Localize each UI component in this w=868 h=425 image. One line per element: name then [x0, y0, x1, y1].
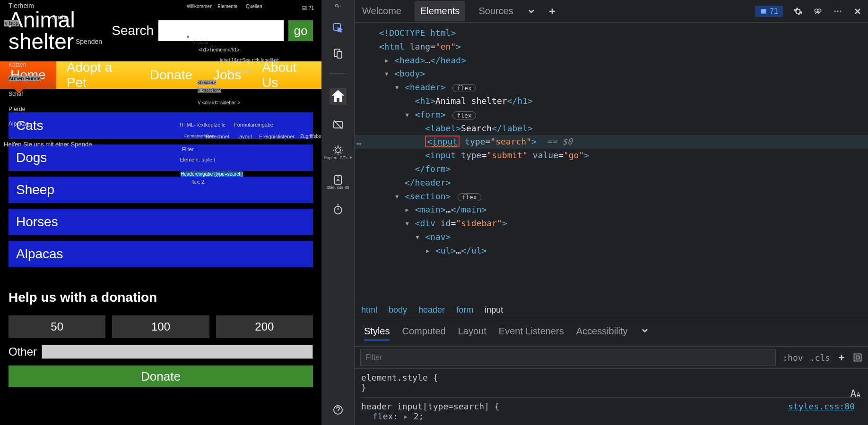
- styles-filter-input[interactable]: [360, 349, 776, 366]
- donation-heading: Help us with a donation: [9, 290, 313, 305]
- overlay-helfen: Helfen Sie uns mit einer Spende: [4, 141, 92, 148]
- crumb-body[interactable]: body: [389, 305, 407, 315]
- devtools-activity-bar: Op Hopfen. CT's + Stile. css:80: [321, 0, 355, 425]
- overlay-midrow: Berechnet: [206, 134, 229, 139]
- svg-rect-8: [761, 9, 766, 13]
- tab-eventlisteners[interactable]: Event Listeners: [499, 326, 564, 340]
- search-form: Search go: [112, 20, 313, 41]
- rendered-page-preview: Willkommen Elemente Quellen Eli 71 Tierh…: [0, 0, 321, 425]
- search-label: Search: [112, 23, 154, 38]
- search-go-button[interactable]: go: [288, 20, 313, 41]
- overlay-midrow: HTML-Textkopfzeile: [180, 122, 226, 128]
- hov-button[interactable]: :hov: [782, 353, 803, 363]
- disable-image-icon[interactable]: [332, 119, 344, 130]
- styles-tabs: Styles Computed Layout Event Listeners A…: [355, 320, 868, 347]
- element-style-close: }: [361, 382, 861, 392]
- svg-point-12: [837, 10, 838, 12]
- device-icon[interactable]: [332, 48, 344, 59]
- cls-button[interactable]: .cls: [810, 353, 830, 363]
- list-item[interactable]: Horses: [9, 209, 313, 235]
- list-item[interactable]: Dogs: [9, 144, 313, 171]
- tab-sources[interactable]: Sources: [477, 1, 515, 21]
- help-icon[interactable]: [332, 404, 344, 416]
- other-amount-input[interactable]: [42, 345, 313, 359]
- tab-elements[interactable]: Elements: [415, 1, 465, 21]
- box-model-icon[interactable]: [853, 353, 862, 362]
- issues-badge[interactable]: 71: [755, 6, 783, 17]
- rule-selector: header input[type=search] {: [361, 401, 861, 411]
- svg-point-4: [336, 148, 340, 153]
- donation-tier[interactable]: 200: [216, 315, 313, 338]
- search-input[interactable]: [158, 20, 284, 41]
- overlay-headed: <headed: [191, 40, 208, 45]
- devtools-panel: Op Hopfen. CT's + Stile. css:80 Welcome …: [321, 0, 868, 425]
- overlay-alpakas: Alpakas: [9, 120, 29, 127]
- sidebar-label: Hopfen. CT's +: [324, 156, 352, 160]
- tab-welcome[interactable]: Welcome: [360, 1, 403, 21]
- crumb-header[interactable]: header: [418, 305, 445, 315]
- overlay-vbop: v bop: [4, 20, 19, 26]
- gear-icon[interactable]: [793, 7, 803, 16]
- crumb-input[interactable]: input: [485, 305, 503, 315]
- list-item[interactable]: Sheep: [9, 177, 313, 203]
- dom-tree[interactable]: <!DOCTYPE html> <html lang="en"> ▸ <head…: [355, 23, 868, 300]
- crumb-form[interactable]: form: [456, 305, 473, 315]
- overlay-elstyle: Element. style {: [180, 157, 216, 162]
- donate-button[interactable]: Donate: [9, 366, 313, 387]
- overlay-vdiv: V <div id="sidebar">: [198, 100, 240, 105]
- nav-about[interactable]: About Us: [252, 61, 321, 89]
- more-icon[interactable]: [833, 7, 842, 16]
- overlay-midrow: Layout: [236, 134, 252, 139]
- tab-layout[interactable]: Layout: [458, 326, 486, 340]
- svg-point-10: [818, 9, 821, 12]
- more-tabs-icon[interactable]: [527, 7, 536, 16]
- svg-rect-15: [856, 356, 859, 359]
- tab-styles[interactable]: Styles: [364, 326, 390, 340]
- donation-tier[interactable]: 50: [9, 315, 105, 338]
- plus-icon[interactable]: [837, 353, 846, 362]
- overlay-armen: Armen Hunde: [9, 76, 41, 81]
- tab-computed[interactable]: Computed: [402, 326, 445, 340]
- sidebar-label: Op: [335, 4, 340, 8]
- inspect-icon[interactable]: [332, 22, 344, 34]
- tab-accessibility[interactable]: Accessibility: [576, 326, 628, 340]
- stopwatch-icon[interactable]: [332, 204, 344, 215]
- issues-count: 71: [770, 7, 778, 16]
- css-file-icon[interactable]: [332, 174, 344, 186]
- plus-icon[interactable]: [547, 7, 557, 16]
- crumb-html[interactable]: html: [361, 305, 377, 315]
- element-style-open: element.style {: [361, 373, 861, 382]
- sidebar-label: Stile. css:80: [326, 186, 349, 190]
- overlay-flex2: flex: 2;: [191, 179, 205, 185]
- donation-section: Help us with a donation 50 100 200 Other…: [0, 281, 321, 396]
- svg-rect-14: [854, 354, 861, 361]
- devtools-main: Welcome Elements Sources 71 <!DOCTYPE ht…: [355, 0, 868, 425]
- dom-doctype: <!DOCTYPE html>: [379, 28, 456, 38]
- overlay-vsection: V <sect ion>: [198, 88, 221, 93]
- nav-donate[interactable]: Donate: [139, 61, 203, 89]
- more-tabs-icon[interactable]: [640, 326, 650, 335]
- list-item[interactable]: Alpacas: [9, 241, 313, 267]
- home-icon[interactable]: [330, 88, 347, 105]
- donation-tier[interactable]: 100: [112, 315, 209, 338]
- dom-selected-line[interactable]: … <input type="search"> == $0: [355, 135, 868, 149]
- styles-body[interactable]: element.style { } AA styles.css:80 heade…: [355, 369, 868, 425]
- overlay-schaf: Schaf: [9, 91, 23, 97]
- bug-icon[interactable]: [332, 144, 344, 156]
- overlay-midrow: Ereignislistener: [259, 134, 295, 139]
- close-icon[interactable]: [853, 7, 862, 16]
- overlay-spenden: Spenden: [76, 38, 102, 45]
- overlay-tierheim: Tierheim: [9, 2, 34, 9]
- overlay-label1: label 1&gt;Sea rich label&gt;: [220, 58, 279, 63]
- overlay-tab: Elemente: [217, 4, 237, 9]
- site-title: Animal shelter: [9, 9, 93, 52]
- main-nav: Home Adopt a Pet Donate Jobs About Us: [0, 61, 321, 89]
- feedback-icon[interactable]: [813, 7, 823, 16]
- nav-adopt[interactable]: Adopt a Pet: [56, 61, 139, 89]
- overlay-typesubmit: type="submit": [226, 69, 252, 74]
- styles-filter-row: :hov .cls: [355, 347, 868, 369]
- svg-rect-2: [337, 51, 342, 58]
- breadcrumb: html body header form input: [355, 300, 868, 320]
- svg-point-9: [815, 9, 818, 12]
- source-link[interactable]: styles.css:80: [788, 401, 855, 411]
